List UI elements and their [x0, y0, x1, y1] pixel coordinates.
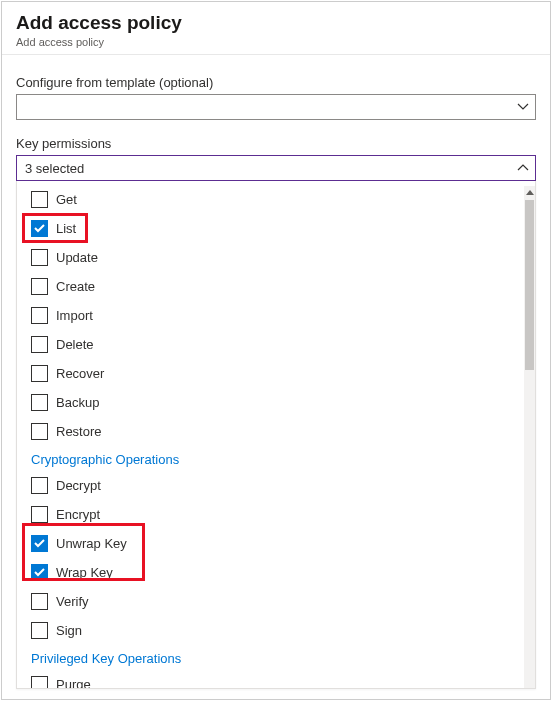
checkbox-unwrap-key[interactable] — [31, 535, 48, 552]
option-label: Delete — [56, 337, 94, 352]
checkbox-create[interactable] — [31, 278, 48, 295]
option-recover[interactable]: Recover — [31, 359, 523, 388]
option-label: Sign — [56, 623, 82, 638]
checkbox-list[interactable] — [31, 220, 48, 237]
option-label: List — [56, 221, 76, 236]
option-wrap-key[interactable]: Wrap Key — [31, 558, 523, 587]
option-label: Verify — [56, 594, 89, 609]
checkbox-recover[interactable] — [31, 365, 48, 382]
option-unwrap-key[interactable]: Unwrap Key — [31, 529, 523, 558]
option-backup[interactable]: Backup — [31, 388, 523, 417]
option-label: Unwrap Key — [56, 536, 127, 551]
option-update[interactable]: Update — [31, 243, 523, 272]
page-title: Add access policy — [16, 12, 536, 34]
checkbox-decrypt[interactable] — [31, 477, 48, 494]
option-decrypt[interactable]: Decrypt — [31, 471, 523, 500]
section-privileged: Privileged Key Operations — [31, 645, 523, 670]
template-field-label: Configure from template (optional) — [16, 75, 536, 90]
option-label: Get — [56, 192, 77, 207]
option-encrypt[interactable]: Encrypt — [31, 500, 523, 529]
chevron-up-icon — [517, 162, 529, 174]
add-access-policy-panel: Add access policy Add access policy Conf… — [1, 1, 551, 700]
option-import[interactable]: Import — [31, 301, 523, 330]
option-delete[interactable]: Delete — [31, 330, 523, 359]
checkbox-restore[interactable] — [31, 423, 48, 440]
chevron-down-icon — [517, 101, 529, 113]
scrollbar[interactable] — [524, 186, 535, 688]
checkbox-encrypt[interactable] — [31, 506, 48, 523]
option-label: Wrap Key — [56, 565, 113, 580]
option-label: Decrypt — [56, 478, 101, 493]
option-label: Update — [56, 250, 98, 265]
option-label: Restore — [56, 424, 102, 439]
option-sign[interactable]: Sign — [31, 616, 523, 645]
page-subtitle: Add access policy — [16, 36, 536, 48]
key-permissions-dropdown: Get List Update Create Import — [16, 181, 536, 689]
option-purge[interactable]: Purge — [31, 670, 523, 688]
option-create[interactable]: Create — [31, 272, 523, 301]
key-permissions-label: Key permissions — [16, 136, 536, 151]
key-permissions-summary: 3 selected — [25, 161, 84, 176]
option-label: Purge — [56, 677, 91, 688]
checkbox-verify[interactable] — [31, 593, 48, 610]
checkbox-delete[interactable] — [31, 336, 48, 353]
checkbox-import[interactable] — [31, 307, 48, 324]
checkbox-purge[interactable] — [31, 676, 48, 688]
checkbox-get[interactable] — [31, 191, 48, 208]
option-label: Create — [56, 279, 95, 294]
checkbox-wrap-key[interactable] — [31, 564, 48, 581]
template-select[interactable] — [16, 94, 536, 120]
option-label: Backup — [56, 395, 99, 410]
scrollbar-thumb[interactable] — [525, 200, 534, 370]
panel-body: Configure from template (optional) Key p… — [2, 55, 550, 689]
option-label: Recover — [56, 366, 104, 381]
section-cryptographic: Cryptographic Operations — [31, 446, 523, 471]
checkbox-update[interactable] — [31, 249, 48, 266]
checkbox-sign[interactable] — [31, 622, 48, 639]
option-restore[interactable]: Restore — [31, 417, 523, 446]
panel-header: Add access policy Add access policy — [2, 2, 550, 55]
checkbox-backup[interactable] — [31, 394, 48, 411]
option-list[interactable]: List — [31, 214, 523, 243]
scroll-up-icon[interactable] — [524, 186, 535, 198]
option-get[interactable]: Get — [31, 185, 523, 214]
option-label: Import — [56, 308, 93, 323]
option-verify[interactable]: Verify — [31, 587, 523, 616]
key-permissions-select[interactable]: 3 selected — [16, 155, 536, 181]
dropdown-scroll-area: Get List Update Create Import — [17, 181, 523, 688]
option-label: Encrypt — [56, 507, 100, 522]
